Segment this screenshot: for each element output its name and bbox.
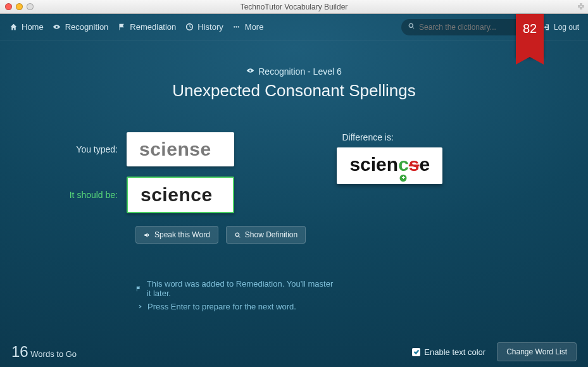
- nav-history[interactable]: History: [185, 22, 223, 32]
- diff-letter: e: [420, 155, 430, 174]
- heading-sub: Recognition - Level 6: [246, 66, 342, 77]
- speak-button[interactable]: Speak this Word: [135, 226, 218, 244]
- nav-more-label: More: [245, 22, 264, 32]
- home-icon: [9, 23, 18, 32]
- should-row: It should be: science: [25, 177, 337, 213]
- more-icon: [232, 23, 241, 32]
- typed-box: sciense: [127, 132, 234, 166]
- app-root: 82 Home Recognition Remediation History: [0, 14, 588, 367]
- speaker-icon: [144, 232, 151, 239]
- flag-icon: [117, 23, 126, 32]
- search-icon: [408, 22, 415, 32]
- window-expand-icon[interactable]: [578, 3, 584, 11]
- right-column: Difference is: scienc+se: [337, 132, 563, 315]
- change-word-list-button[interactable]: Change Word List: [497, 342, 577, 361]
- search-icon: [234, 232, 241, 239]
- hint-enter-text: Press Enter to prepare for the next word…: [147, 302, 296, 311]
- words-count: 16: [11, 343, 28, 360]
- change-word-list-label: Change Word List: [506, 347, 567, 356]
- nav-more[interactable]: More: [232, 22, 264, 32]
- svg-point-0: [234, 26, 235, 27]
- speak-label: Speak this Word: [154, 230, 210, 239]
- search-box[interactable]: [401, 19, 528, 35]
- left-column: You typed: sciense It should be: science…: [25, 132, 337, 315]
- zoom-window-button[interactable]: [27, 3, 34, 10]
- definition-label: Show Definition: [245, 230, 297, 239]
- enable-text-color-toggle[interactable]: Enable text color: [412, 347, 485, 357]
- ribbon-value: 82: [516, 22, 544, 36]
- titlebar: TechnoTutor Vocabulary Builder: [0, 0, 588, 14]
- traffic-lights: [5, 3, 34, 10]
- window-title: TechnoTutor Vocabulary Builder: [0, 3, 588, 11]
- close-window-button[interactable]: [5, 3, 12, 10]
- hint-enter: Press Enter to prepare for the next word…: [135, 302, 337, 311]
- add-badge-icon: +: [400, 175, 407, 182]
- nav-recognition[interactable]: Recognition: [53, 22, 109, 32]
- should-box: science: [127, 177, 234, 213]
- diff-letter: c+: [398, 155, 409, 174]
- search-input[interactable]: [419, 23, 522, 32]
- nav-recognition-label: Recognition: [65, 22, 109, 32]
- minimize-window-button[interactable]: [16, 3, 23, 10]
- heading: Recognition - Level 6 Unexpected Consona…: [0, 66, 588, 101]
- checkbox-icon: [412, 348, 420, 356]
- diff-box: scienc+se: [337, 147, 442, 184]
- nav-home[interactable]: Home: [9, 22, 44, 32]
- hints: This word was added to Remediation. You'…: [135, 279, 337, 311]
- logout-icon: [543, 23, 551, 31]
- words-count-label: Words to Go: [30, 349, 77, 359]
- logout-button[interactable]: Log out: [543, 23, 579, 32]
- typed-row: You typed: sciense: [25, 132, 337, 166]
- action-row: Speak this Word Show Definition: [135, 226, 337, 244]
- score-ribbon: 82: [516, 14, 544, 57]
- heading-title: Unexpected Consonant Spellings: [0, 81, 588, 101]
- heading-mode: Recognition - Level 6: [258, 66, 342, 77]
- svg-point-2: [238, 26, 239, 27]
- hint-remediation-text: This word was added to Remediation. You'…: [147, 279, 337, 298]
- clock-icon: [185, 23, 194, 32]
- diff-letter: s: [409, 155, 420, 174]
- diff-letter: scien: [349, 155, 398, 174]
- definition-button[interactable]: Show Definition: [226, 226, 306, 244]
- enable-text-color-label: Enable text color: [424, 347, 485, 357]
- svg-point-1: [236, 26, 237, 27]
- words-to-go: 16 Words to Go: [11, 343, 77, 361]
- nav-remediation-label: Remediation: [130, 22, 176, 32]
- arrow-right-icon: [135, 303, 142, 310]
- logout-label: Log out: [554, 23, 579, 32]
- should-label: It should be:: [25, 190, 127, 200]
- nav-home-label: Home: [22, 22, 44, 32]
- typed-label: You typed:: [25, 144, 127, 154]
- eye-icon: [246, 66, 254, 77]
- flag-icon: [135, 285, 142, 292]
- nav-remediation[interactable]: Remediation: [117, 22, 176, 32]
- diff-label: Difference is:: [342, 132, 563, 142]
- eye-icon: [53, 23, 61, 32]
- footer: 16 Words to Go Enable text color Change …: [0, 337, 588, 367]
- nav-history-label: History: [197, 22, 223, 32]
- main-area: You typed: sciense It should be: science…: [0, 132, 588, 315]
- hint-remediation: This word was added to Remediation. You'…: [135, 279, 337, 298]
- top-nav: Home Recognition Remediation History Mor…: [0, 14, 588, 40]
